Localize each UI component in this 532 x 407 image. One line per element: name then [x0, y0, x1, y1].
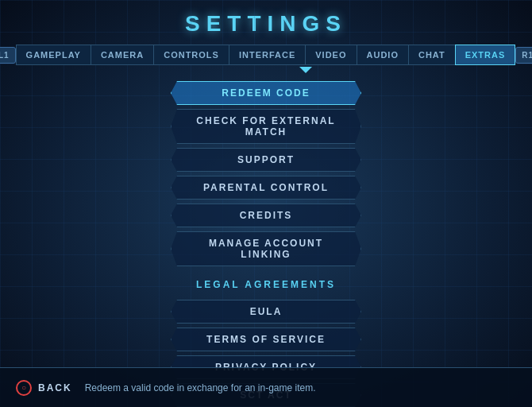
menu-item-redeem-code[interactable]: REDEEM CODE [171, 81, 361, 105]
chevron-down-icon [299, 67, 312, 73]
tab-audio[interactable]: AUDIO [357, 45, 408, 65]
menu-item-support[interactable]: SUPPORT [171, 148, 361, 172]
menu-item-parental-control[interactable]: PARENTAL CONTROL [171, 176, 361, 200]
tab-gameplay[interactable]: GAMEPLAY [16, 45, 91, 65]
menu-item-eula[interactable]: EULA [171, 300, 361, 324]
menu-item-manage-account-linking[interactable]: MANAGE ACCOUNT LINKING [171, 231, 361, 266]
tab-extras[interactable]: EXTRAS [455, 45, 516, 65]
section-header-legal-agreements: LEGAL AGREEMENTS [171, 273, 361, 296]
l1-button[interactable]: L1 [0, 47, 16, 64]
menu-item-check-external-match[interactable]: CHECK FOR EXTERNAL MATCH [171, 109, 361, 144]
tab-interface[interactable]: INTERFACE [229, 45, 305, 65]
tab-chat[interactable]: CHAT [408, 45, 455, 65]
menu-item-credits[interactable]: CREDITS [171, 204, 361, 227]
page-title: SETTINGS [0, 0, 532, 37]
menu-item-terms-of-service[interactable]: TERMS OF SERVICE [171, 328, 361, 351]
bottom-bar: ○ BACK Redeem a valid code in exchange f… [0, 367, 532, 407]
back-description: Redeem a valid code in exchange for an i… [85, 382, 316, 393]
r1-button[interactable]: R1 [515, 47, 532, 64]
tab-controls[interactable]: CONTROLS [153, 45, 229, 65]
tab-bar: L1 GAMEPLAY CAMERA CONTROLS INTERFACE VI… [0, 45, 532, 65]
tab-video[interactable]: VIDEO [305, 45, 356, 65]
tab-camera[interactable]: CAMERA [91, 45, 153, 65]
back-label: BACK [38, 382, 72, 393]
back-button[interactable]: ○ BACK [16, 380, 72, 396]
menu-content: REDEEM CODE CHECK FOR EXTERNAL MATCH SUP… [0, 81, 532, 407]
circle-icon: ○ [16, 380, 32, 396]
